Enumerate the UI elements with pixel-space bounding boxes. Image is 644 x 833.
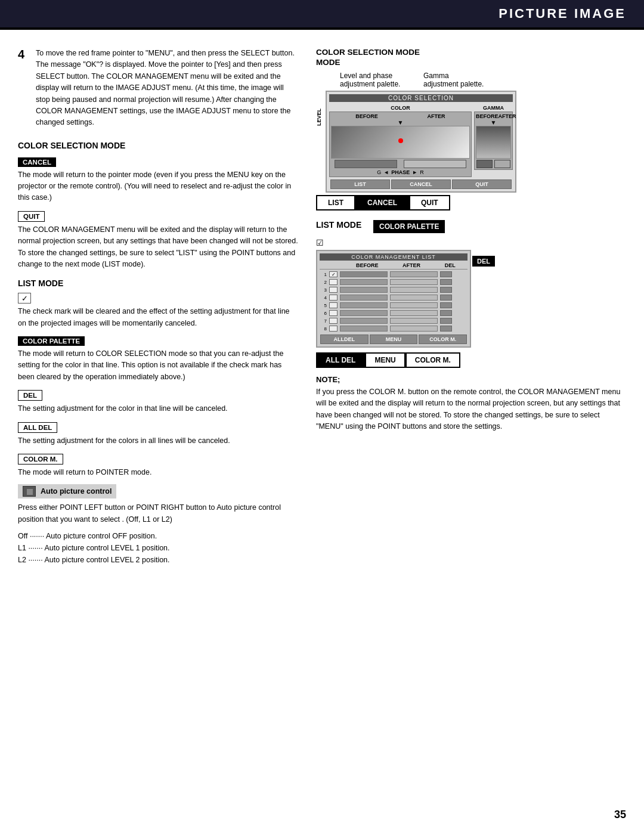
step-number: 4 <box>18 48 30 129</box>
cm-bottom-buttons: ALLDEL MENU COLOR M. <box>320 335 467 344</box>
gamma-before-swatch <box>476 160 493 168</box>
color-m-label: COLOR M. <box>18 454 63 465</box>
auto-pic-item-off: Off ······· Auto picture control OFF pos… <box>18 530 298 542</box>
left-column: 4 To move the red frame pointer to "MENU… <box>18 48 310 566</box>
cm-list-relative: ☑ COLOR MANAGEMENT LIST BEFORE AFTER DEL… <box>316 238 471 348</box>
menu-main-btn[interactable]: MENU <box>365 352 405 368</box>
diagram-label-row: Level and phase adjustment palette. Gamm… <box>316 72 626 88</box>
page-header: PICTURE IMAGE <box>0 0 644 29</box>
note-text: If you press the COLOR M. button on the … <box>316 386 626 433</box>
menu-small-btn: MENU <box>370 335 418 344</box>
table-row: 5 <box>320 302 467 309</box>
main-content: 4 To move the red frame pointer to "MENU… <box>0 36 644 578</box>
auto-pic-item-l2: L2 ······· Auto picture control LEVEL 2 … <box>18 554 298 566</box>
before-after-labels: BEFORE AFTER <box>331 113 470 119</box>
color-grid-area <box>331 126 470 159</box>
color-selection-mode-heading: COLOR SELECTION MODE <box>18 141 298 150</box>
gamma-col-header: GAMMA <box>474 104 513 112</box>
list-mode-right-label: LIST MODE <box>316 220 364 230</box>
all-del-label: ALL DEL <box>18 422 57 433</box>
gamma-palette-right: GAMMA BEFORE AFTER ▼ <box>474 104 513 177</box>
cm-list-container: COLOR MANAGEMENT LIST BEFORE AFTER DEL 1… <box>316 250 471 348</box>
right-cs-title: COLOR SELECTION MODE <box>316 48 626 57</box>
checkmark-icon: ✓ <box>18 293 31 304</box>
arrow-down-icon: ▼ <box>331 119 470 126</box>
step-4-intro: 4 To move the red frame pointer to "MENU… <box>18 48 298 129</box>
auto-picture-banner: Auto picture control <box>18 484 116 498</box>
gamma-before-after: BEFORE AFTER <box>476 113 511 119</box>
quit-label: QUIT <box>18 211 45 222</box>
list-mode-heading: LIST MODE <box>18 278 298 288</box>
table-row: 7 <box>320 317 467 324</box>
table-row: 4 <box>320 294 467 301</box>
del-label: DEL <box>18 390 42 401</box>
palette-diagram-area: LEVEL COLOR SELECTION COLOR BEFORE AFTER <box>316 91 626 193</box>
list-main-btn[interactable]: LIST <box>316 195 355 210</box>
note-heading: NOTE; <box>316 375 626 384</box>
quit-main-btn[interactable]: QUIT <box>409 195 450 210</box>
cm-list-header: BEFORE AFTER DEL <box>320 262 467 270</box>
auto-picture-icon <box>23 486 36 497</box>
palette-bottom-buttons: LIST CANCEL QUIT <box>329 179 513 189</box>
diag-label-gamma: Gamma adjustment palette. <box>423 72 484 88</box>
color-palette-right-btn[interactable]: COLOR PALETTE <box>373 220 445 233</box>
cm-list-rows: 1 ✓ 2 3 <box>320 271 467 332</box>
header-divider <box>0 29 644 30</box>
auto-picture-intro: Press either POINT LEFT button or POINT … <box>18 502 298 525</box>
level-label: LEVEL <box>316 109 322 126</box>
after-swatch <box>404 160 466 168</box>
table-row: 1 ✓ <box>320 271 467 278</box>
all-del-main-btn[interactable]: ALL DEL <box>316 352 365 368</box>
color-palette-label: COLOR PALETTE <box>18 336 85 346</box>
right-column: COLOR SELECTION MODE MODE Level and phas… <box>310 48 626 566</box>
diag-label-level-phase: Level and phase adjustment palette. <box>340 72 423 88</box>
list-mode-area: LIST MODE COLOR PALETTE <box>316 220 626 233</box>
gamma-palette-area: BEFORE AFTER ▼ <box>474 112 513 170</box>
cancel-description: The mode will return to the pointer mode… <box>18 169 298 204</box>
gamma-after-swatch <box>494 160 510 168</box>
color-col-header: COLOR <box>329 104 472 112</box>
color-palette-description: The mode will return to COLOR SELECTION … <box>18 348 298 383</box>
page-title: PICTURE IMAGE <box>499 6 626 21</box>
gamma-arrow-icon: ▼ <box>476 119 511 126</box>
table-row: 2 <box>320 278 467 286</box>
color-m-description: The mode will return to POINTER mode. <box>18 467 298 478</box>
gamma-swatches <box>476 160 511 168</box>
red-dot-indicator <box>398 138 403 143</box>
auto-picture-list: Off ······· Auto picture control OFF pos… <box>18 530 298 566</box>
color-palette-area: BEFORE AFTER ▼ <box>329 112 472 177</box>
step-4-text: To move the red frame pointer to "MENU",… <box>36 48 298 129</box>
palette-title-bar: COLOR SELECTION <box>329 94 513 102</box>
del-description: The setting adjustment for the color in … <box>18 403 298 414</box>
right-cs-title2: MODE <box>316 58 626 67</box>
quit-description: The COLOR MANAGEMENT menu will be exited… <box>18 224 298 271</box>
after-swatch-row <box>331 160 470 168</box>
color-m-main-btn[interactable]: COLOR M. <box>405 352 460 368</box>
phase-row: G ◄ PHASE ► R <box>331 169 470 175</box>
table-row: 6 <box>320 309 467 317</box>
cancel-label: CANCEL <box>18 157 56 167</box>
list-small-btn: LIST <box>330 179 390 189</box>
gamma-grid <box>476 126 511 159</box>
cm-main-buttons: ALL DEL MENU COLOR M. <box>316 352 626 368</box>
quit-small-btn: QUIT <box>452 179 512 189</box>
cm-check-arrow: ☑ <box>316 238 471 247</box>
checkmark-description: The check mark will be cleared and the e… <box>18 306 298 329</box>
auto-picture-label: Auto picture control <box>41 487 112 496</box>
alldel-small-btn: ALLDEL <box>320 335 369 344</box>
cancel-small-btn: CANCEL <box>391 179 451 189</box>
del-right-btn[interactable]: DEL <box>472 256 495 267</box>
table-row: 3 <box>320 286 467 293</box>
auto-pic-item-l1: L1 ······· Auto picture control LEVEL 1 … <box>18 542 298 554</box>
table-row: 8 <box>320 325 467 332</box>
colorm-small-btn: COLOR M. <box>419 335 467 344</box>
cs-main-buttons: LIST CANCEL QUIT <box>316 195 626 210</box>
color-palette-left: COLOR BEFORE AFTER ▼ <box>329 104 472 177</box>
before-swatch <box>335 160 397 168</box>
cancel-main-btn[interactable]: CANCEL <box>355 195 409 210</box>
palette-container: COLOR SELECTION COLOR BEFORE AFTER ▼ <box>326 91 516 193</box>
page-number: 35 <box>614 809 626 821</box>
all-del-description: The setting adjustment for the colors in… <box>18 435 298 447</box>
cm-list-title: COLOR MANAGEMENT LIST <box>320 253 467 261</box>
note-section: NOTE; If you press the COLOR M. button o… <box>316 375 626 433</box>
